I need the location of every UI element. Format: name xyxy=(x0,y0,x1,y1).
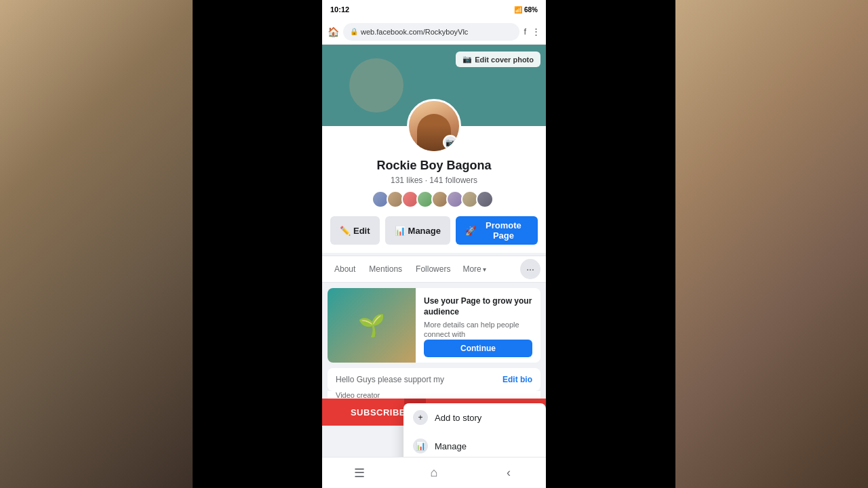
manage-dd-label: Manage xyxy=(435,441,467,451)
edit-button[interactable]: ✏️ Edit xyxy=(330,216,380,245)
manage-icon: 📊 xyxy=(395,226,406,236)
add-to-story-label: Add to story xyxy=(435,413,481,423)
browser-bar: 🏠 🔒 web.facebook.com/RockyboyVlc f ⋮ xyxy=(322,19,546,45)
dropdown-item-manage[interactable]: 📊 Manage xyxy=(403,432,546,457)
tabs-bar: About Mentions Followers More ▾ ··· xyxy=(322,256,546,283)
promo-title: Use your Page to grow your audience xyxy=(424,296,532,317)
manage-dd-icon: 📊 xyxy=(413,439,428,453)
edit-cover-label: Edit cover photo xyxy=(475,56,534,64)
nav-menu-button[interactable]: ☰ xyxy=(322,466,397,481)
promo-text-area: Use your Page to grow your audience More… xyxy=(416,288,540,363)
promo-image: 🌱 xyxy=(328,288,416,363)
manage-label: Manage xyxy=(408,226,441,236)
promo-card: 🌱 Use your Page to grow your audience Mo… xyxy=(328,288,540,363)
nav-home-button[interactable]: ⌂ xyxy=(397,466,471,480)
profile-stats: 131 likes · 141 followers xyxy=(330,176,538,185)
main-content: 🌱 Use your Page to grow your audience Mo… xyxy=(322,283,546,457)
tabs-more-button[interactable]: ··· xyxy=(520,259,540,279)
camera-icon: 📷 xyxy=(462,55,472,64)
promote-page-button[interactable]: 🚀 Promote Page xyxy=(456,216,538,245)
edit-label: Edit xyxy=(353,226,370,236)
follower-avatar-8 xyxy=(476,190,494,208)
avatar-wrap: 📷 xyxy=(330,99,538,153)
dropdown-item-add-to-story[interactable]: + Add to story xyxy=(403,403,546,432)
tab-about[interactable]: About xyxy=(328,256,362,283)
status-bar: 10:12 📶 68% xyxy=(322,0,546,19)
edit-cover-button[interactable]: 📷 Edit cover photo xyxy=(456,52,540,67)
browser-actions: f ⋮ xyxy=(524,26,540,37)
tab-more[interactable]: More ▾ xyxy=(457,256,491,283)
subscribe-label: SUBSCRIBE xyxy=(351,407,406,418)
promote-label: Promote Page xyxy=(479,220,528,241)
manage-button[interactable]: 📊 Manage xyxy=(385,216,450,245)
promote-icon: 🚀 xyxy=(465,226,476,236)
bg-left xyxy=(0,0,193,488)
bottom-nav: ☰ ⌂ ‹ xyxy=(322,457,546,488)
profile-name: Rockie Boy Bagona xyxy=(330,159,538,173)
promo-subtitle: More details can help people connect wit… xyxy=(424,320,532,340)
bg-right xyxy=(675,0,868,488)
phone-frame: 10:12 📶 68% 🏠 🔒 web.facebook.com/Rockybo… xyxy=(322,0,546,488)
tab-mentions[interactable]: Mentions xyxy=(362,256,409,283)
lock-icon: 🔒 xyxy=(350,28,358,35)
tab-followers[interactable]: Followers xyxy=(409,256,457,283)
time-display: 10:12 xyxy=(330,5,349,14)
nav-back-button[interactable]: ‹ xyxy=(471,466,546,480)
bio-section: Hello Guys please support my Edit bio xyxy=(328,368,540,391)
dropdown-menu: + Add to story 📊 Manage 👁 View As + Add … xyxy=(403,403,546,457)
avatar-camera-badge[interactable]: 📷 xyxy=(443,135,458,150)
bio-text: Hello Guys please support my xyxy=(336,375,444,384)
edit-pencil-icon: ✏️ xyxy=(340,226,351,236)
url-text: web.facebook.com/RockyboyVlc xyxy=(361,28,468,36)
chevron-down-icon: ▾ xyxy=(483,266,486,273)
avatar: 📷 xyxy=(407,99,461,153)
status-time: 10:12 xyxy=(330,5,349,14)
fb-icon[interactable]: f xyxy=(524,26,526,37)
edit-bio-button[interactable]: Edit bio xyxy=(502,375,532,384)
home-icon[interactable]: 🏠 xyxy=(328,26,339,37)
followers-avatars xyxy=(330,190,538,208)
continue-button[interactable]: Continue xyxy=(424,340,532,357)
url-bar[interactable]: 🔒 web.facebook.com/RockyboyVlc xyxy=(343,23,519,41)
battery-display: 68% xyxy=(524,6,538,14)
menu-icon[interactable]: ⋮ xyxy=(532,26,540,37)
action-buttons: ✏️ Edit 📊 Manage 🚀 Promote Page xyxy=(330,216,538,245)
profile-section: 📷 Rockie Boy Bagona 131 likes · 141 foll… xyxy=(322,126,546,253)
status-icons: 📶 68% xyxy=(514,6,538,14)
signal-icon: 📶 xyxy=(514,6,522,14)
add-to-story-icon: + xyxy=(413,410,428,425)
